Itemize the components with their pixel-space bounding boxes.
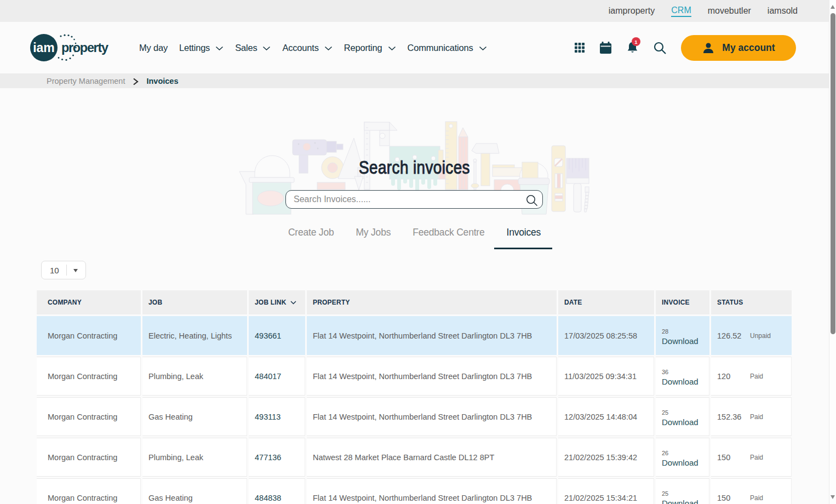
svg-text:iam: iam [33, 41, 55, 55]
svg-text:property: property [61, 41, 108, 55]
